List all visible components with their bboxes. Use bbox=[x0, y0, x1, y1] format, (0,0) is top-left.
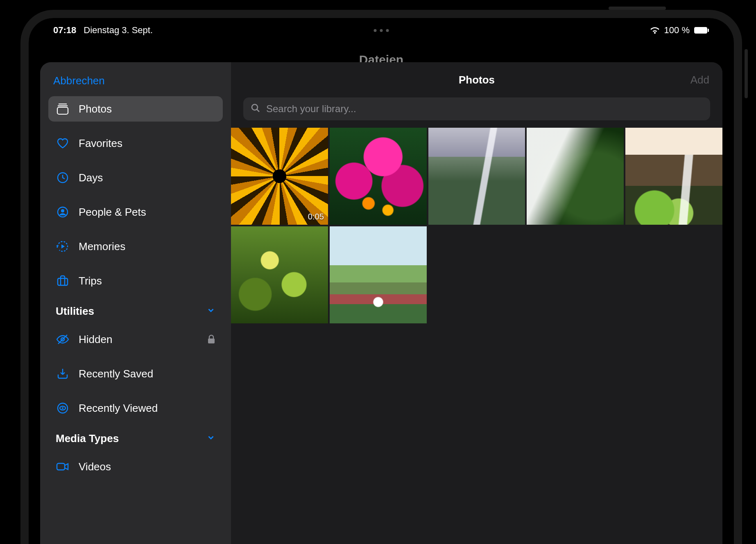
eye-circle-icon bbox=[56, 401, 70, 415]
sidebar-item-label: Videos bbox=[79, 460, 215, 473]
main-content: Photos Add 0:05 bbox=[231, 62, 722, 544]
eye-slash-icon bbox=[56, 332, 70, 346]
svg-rect-0 bbox=[694, 27, 707, 34]
video-duration-badge: 0:05 bbox=[308, 212, 324, 221]
sidebar-item-recently-saved[interactable]: Recently Saved bbox=[48, 361, 223, 386]
status-bar: 07:18 Dienstag 3. Sept. 100 % bbox=[29, 18, 734, 43]
sidebar-item-memories[interactable]: Memories bbox=[48, 234, 223, 259]
chevron-down-icon bbox=[206, 305, 215, 318]
cancel-button[interactable]: Abbrechen bbox=[53, 74, 105, 87]
photo-thumbnail[interactable] bbox=[527, 128, 624, 225]
battery-icon bbox=[694, 27, 709, 34]
dot-icon bbox=[380, 29, 383, 32]
suitcase-icon bbox=[56, 274, 70, 288]
sidebar-top: Abbrechen bbox=[48, 70, 223, 96]
sidebar-item-label: Memories bbox=[79, 240, 215, 253]
dot-icon bbox=[386, 29, 389, 32]
sidebar-item-trips[interactable]: Trips bbox=[48, 268, 223, 293]
status-time: 07:18 bbox=[53, 25, 76, 36]
svg-point-18 bbox=[252, 104, 258, 110]
search-input[interactable] bbox=[266, 103, 703, 115]
multitask-dots[interactable] bbox=[374, 29, 389, 32]
screen: 07:18 Dienstag 3. Sept. 100 % Dateien bbox=[29, 18, 734, 544]
sidebar-item-label: Days bbox=[79, 172, 215, 184]
battery-percent: 100 % bbox=[664, 25, 690, 36]
photos-icon bbox=[56, 102, 70, 116]
svg-rect-17 bbox=[57, 463, 65, 470]
main-header: Photos Add bbox=[231, 62, 722, 97]
photo-picker-sheet: Abbrechen Photos Favorites bbox=[40, 62, 722, 544]
device-frame: 07:18 Dienstag 3. Sept. 100 % Dateien bbox=[20, 10, 742, 544]
svg-rect-1 bbox=[708, 29, 709, 32]
photo-thumbnail[interactable]: 0:05 bbox=[231, 128, 328, 225]
sidebar-section-utilities[interactable]: Utilities bbox=[48, 302, 223, 318]
svg-line-19 bbox=[257, 109, 259, 112]
svg-rect-4 bbox=[57, 107, 68, 114]
clock-icon bbox=[56, 171, 70, 185]
search-icon bbox=[251, 103, 260, 115]
sidebar: Abbrechen Photos Favorites bbox=[40, 62, 231, 544]
svg-rect-13 bbox=[208, 339, 215, 343]
section-title: Utilities bbox=[56, 305, 94, 318]
section-title: Media Types bbox=[56, 432, 119, 445]
sidebar-item-label: People & Pets bbox=[79, 206, 215, 219]
status-right: 100 % bbox=[650, 25, 709, 36]
sidebar-item-label: Hidden bbox=[79, 333, 198, 346]
search-bar[interactable] bbox=[243, 97, 710, 120]
sidebar-item-people-pets[interactable]: People & Pets bbox=[48, 199, 223, 225]
device-side-button bbox=[745, 49, 748, 98]
lock-icon bbox=[207, 334, 215, 344]
sidebar-item-videos[interactable]: Videos bbox=[48, 454, 223, 479]
sidebar-item-label: Favorites bbox=[79, 137, 215, 150]
page-title: Photos bbox=[459, 74, 495, 86]
sidebar-item-favorites[interactable]: Favorites bbox=[48, 131, 223, 156]
sidebar-item-label: Recently Saved bbox=[79, 368, 215, 380]
sidebar-item-recently-viewed[interactable]: Recently Viewed bbox=[48, 395, 223, 421]
status-date: Dienstag 3. Sept. bbox=[84, 25, 153, 36]
memories-icon bbox=[56, 239, 70, 253]
heart-icon bbox=[56, 136, 70, 150]
add-button[interactable]: Add bbox=[690, 74, 709, 86]
photo-thumbnail[interactable] bbox=[330, 226, 427, 323]
sidebar-item-label: Photos bbox=[79, 103, 215, 115]
sidebar-item-label: Trips bbox=[79, 275, 215, 287]
photo-grid: 0:05 bbox=[231, 128, 722, 323]
wifi-icon bbox=[650, 26, 660, 34]
svg-point-16 bbox=[62, 407, 63, 409]
photo-thumbnail[interactable] bbox=[231, 226, 328, 323]
person-circle-icon bbox=[56, 205, 70, 219]
status-left: 07:18 Dienstag 3. Sept. bbox=[53, 25, 153, 36]
svg-rect-8 bbox=[58, 278, 68, 285]
video-icon bbox=[56, 460, 70, 474]
sidebar-item-hidden[interactable]: Hidden bbox=[48, 327, 223, 352]
device-top-button bbox=[609, 7, 666, 10]
photo-thumbnail[interactable] bbox=[625, 128, 722, 225]
sidebar-section-media-types[interactable]: Media Types bbox=[48, 430, 223, 445]
svg-point-7 bbox=[61, 209, 64, 212]
sidebar-item-photos[interactable]: Photos bbox=[48, 96, 223, 122]
photo-thumbnail[interactable] bbox=[428, 128, 525, 225]
sidebar-item-label: Recently Viewed bbox=[79, 402, 215, 415]
chevron-down-icon bbox=[206, 432, 215, 445]
download-tray-icon bbox=[56, 367, 70, 381]
sidebar-item-days[interactable]: Days bbox=[48, 165, 223, 190]
photo-thumbnail[interactable] bbox=[330, 128, 427, 225]
dot-icon bbox=[374, 29, 377, 32]
